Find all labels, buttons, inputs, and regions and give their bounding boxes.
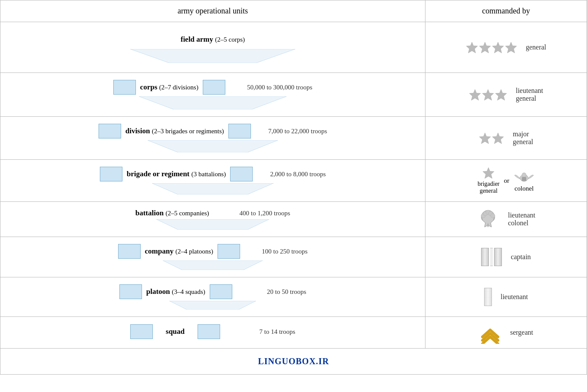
funnel-division: [130, 140, 295, 152]
svg-point-23: [491, 214, 495, 218]
unit-name-squad: squad: [166, 327, 185, 336]
footer-text: LINGUOBOX.IR: [258, 356, 329, 366]
svg-marker-11: [492, 133, 504, 144]
oak-leaf-icon: [477, 208, 499, 231]
svg-rect-17: [522, 177, 526, 181]
svg-marker-2: [479, 42, 491, 53]
rank-label-lt-colonel: lieutenant colonel: [508, 211, 535, 227]
table-row: field army (2–5 corps): [0, 22, 587, 73]
rank-label-major-general: major general: [513, 130, 533, 146]
star-4: [505, 41, 517, 53]
svg-marker-18: [156, 219, 269, 230]
svg-marker-6: [469, 89, 481, 100]
rank-major-general: major general: [432, 130, 580, 146]
unit-name-battalion: battalion (2–5 companies): [135, 209, 209, 217]
corps-box-left: [113, 80, 136, 95]
unit-name-company: company (2–4 platoons): [145, 247, 213, 256]
rank-label-general: general: [526, 43, 546, 51]
company-box-right: [218, 244, 240, 259]
table-row: platoon (3–4 squads) 20 to 50 troops lie…: [0, 277, 587, 317]
troops-platoon: 20 to 50 troops: [267, 288, 306, 296]
rank-label-brigadier: brigadier general: [478, 181, 500, 194]
svg-marker-13: [483, 168, 494, 178]
brigade-box-right: [230, 167, 253, 181]
troops-battalion: 400 to 1,200 troops: [240, 210, 290, 217]
svg-marker-3: [492, 42, 504, 53]
star-1: [469, 89, 481, 101]
table-row: corps (2–7 divisions) 50,000 to 300,000 …: [0, 73, 587, 117]
funnel-company: [156, 260, 269, 270]
lt-bar-icon: [484, 288, 492, 306]
troops-company: 100 to 250 troops: [262, 248, 307, 255]
captain-bars-icon: [481, 248, 502, 266]
svg-marker-10: [479, 133, 491, 144]
svg-marker-26: [169, 301, 256, 310]
rank-label-lt-general: lieutenant general: [516, 87, 543, 102]
table-row: division (2–3 brigades or regiments) 7,0…: [0, 117, 587, 160]
table-row: squad 7 to 14 troops: [0, 317, 587, 349]
svg-marker-12: [152, 183, 274, 194]
rank-label-colonel: colonel: [514, 185, 534, 192]
unit-name-division: division (2–3 brigades or regiments): [125, 127, 224, 135]
star-1: [479, 132, 491, 144]
unit-name-brigade: brigade or regiment (3 battalions): [127, 170, 226, 178]
rank-label-sergeant: sergeant: [510, 329, 533, 336]
svg-marker-25: [163, 260, 263, 270]
rank-label-captain: captain: [511, 253, 531, 261]
svg-marker-7: [482, 89, 494, 100]
lt-general-stars: [469, 89, 507, 101]
table-row: brigade or regiment (3 battalions) 2,000…: [0, 160, 587, 202]
company-box-left: [118, 244, 141, 259]
unit-name-corps: corps (2–7 divisions): [140, 83, 198, 92]
troops-division: 7,000 to 22,000 troops: [268, 128, 327, 135]
division-box-left: [99, 124, 121, 138]
or-text: or: [504, 177, 510, 184]
rank-captain: captain: [432, 248, 580, 266]
star-3: [492, 41, 504, 53]
platoon-box-left: [119, 284, 142, 299]
star-2: [482, 89, 494, 101]
table-row: company (2–4 platoons) 100 to 250 troops: [0, 237, 587, 277]
troops-brigade: 2,000 to 8,000 troops: [270, 171, 326, 178]
funnel-platoon: [165, 301, 261, 310]
funnel-field-army: [104, 49, 321, 63]
sergeant-chevrons-icon: [479, 321, 501, 344]
rank-lt-colonel: lieutenant colonel: [432, 208, 580, 231]
star-2: [479, 41, 491, 53]
star-1: [466, 41, 478, 53]
star-2: [492, 132, 504, 144]
brigade-box-left: [100, 167, 122, 181]
general-stars: [466, 41, 517, 53]
rank-brigade: brigadier general or: [430, 167, 582, 194]
svg-marker-9: [148, 140, 278, 152]
rank-lt-general: lieutenant general: [432, 87, 580, 102]
rank-general: general: [432, 41, 580, 53]
squad-box-right: [198, 324, 220, 339]
svg-marker-5: [139, 96, 287, 109]
funnel-battalion: [148, 219, 278, 230]
unit-name-platoon: platoon (3–4 squads): [146, 287, 205, 296]
funnel-brigade: [139, 183, 287, 194]
svg-marker-4: [505, 42, 517, 53]
svg-point-15: [522, 173, 526, 177]
brigadier-star: [482, 167, 495, 179]
svg-marker-1: [466, 42, 478, 53]
svg-marker-0: [130, 49, 295, 63]
rank-sergeant: sergeant: [432, 321, 580, 344]
platoon-box-right: [210, 284, 232, 299]
rank-lieutenant: lieutenant: [432, 288, 580, 306]
table-row: battalion (2–5 companies) 400 to 1,200 t…: [0, 202, 587, 237]
corps-box-right: [203, 80, 225, 95]
division-box-right: [228, 124, 251, 138]
rank-label-lieutenant: lieutenant: [501, 293, 528, 301]
funnel-corps: [117, 96, 308, 109]
commanded-header: commanded by: [425, 0, 587, 22]
troops-corps: 50,000 to 300,000 troops: [247, 84, 312, 91]
svg-marker-8: [495, 89, 507, 100]
troops-squad: 7 to 14 troops: [259, 328, 295, 336]
colonel-eagle-icon: [514, 169, 534, 183]
squad-box-left: [130, 324, 153, 339]
major-general-stars: [479, 132, 504, 144]
star-3: [495, 89, 507, 101]
unit-name-field-army: field army (2–5 corps): [181, 35, 245, 44]
